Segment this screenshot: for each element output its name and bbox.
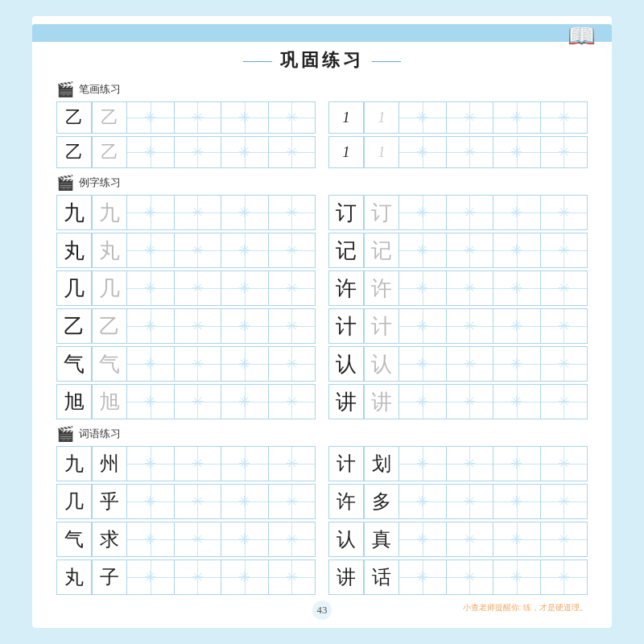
word-char2: 乎 xyxy=(92,484,127,519)
grid-cell: ✳ xyxy=(541,484,588,519)
word-right-row-2: 许 多 ✳✳✳✳ xyxy=(328,484,588,519)
grid-cell: ✳ xyxy=(399,346,447,382)
grid-cell: ✳ xyxy=(175,195,222,230)
right-wing-icon: —— xyxy=(372,52,401,69)
char-grey: 计 xyxy=(364,308,399,344)
stroke-num-row-1: 1 1 ✳ ✳ ✳ ✳ xyxy=(328,101,588,134)
grid-cell: ✳ xyxy=(175,522,222,557)
grid-cell: ✳ xyxy=(127,136,175,168)
grid-cell: ✳ xyxy=(221,484,269,519)
char-grey: 许 xyxy=(364,270,399,306)
stroke-char-2-main: 乙 xyxy=(56,136,92,168)
char-right-row-4: 计 计 ✳✳✳✳ xyxy=(328,308,588,344)
grid-cell: ✳ xyxy=(127,270,175,306)
word-char1: 讲 xyxy=(328,559,364,595)
grid-cell: ✳ xyxy=(127,384,175,419)
char-row-1: 九 九 ✳✳✳✳ xyxy=(56,195,316,230)
left-wing-icon: —— xyxy=(243,52,272,69)
grid-cell: ✳ xyxy=(399,384,447,419)
top-decoration: 📖 xyxy=(32,24,612,42)
stroke-num-grid-1: ✳ ✳ ✳ ✳ xyxy=(399,101,588,134)
grid-cell: ✳ xyxy=(399,446,447,481)
grid-cell: ✳ xyxy=(447,136,494,168)
word-right-col: 计 划 ✳✳✳✳ 许 多 ✳✳✳✳ 认 真 ✳✳✳✳ 讲 话 ✳✳✳✳ xyxy=(328,446,588,597)
stroke-right-col: 1 1 ✳ ✳ ✳ ✳ 1 1 ✳ ✳ ✳ ✳ xyxy=(328,101,588,171)
stroke-char-2-grey: 乙 xyxy=(92,136,127,168)
grid-cell: ✳ xyxy=(175,484,222,519)
grid-cell: ✳ xyxy=(221,101,269,134)
grid-cell: ✳ xyxy=(447,522,494,557)
grid-cell: ✳ xyxy=(221,308,269,344)
stroke-grid-1: ✳ ✳ ✳ ✳ xyxy=(127,101,316,134)
grid-cell: ✳ xyxy=(399,136,447,168)
grid-cell: ✳ xyxy=(541,195,588,230)
grid-cell: ✳ xyxy=(221,559,269,595)
word-char1: 丸 xyxy=(56,559,92,595)
grid-cell: ✳ xyxy=(221,446,269,481)
grid-cell: ✳ xyxy=(447,233,494,268)
char-main: 气 xyxy=(56,346,92,382)
char-main: 认 xyxy=(328,346,364,382)
char-practice-area: 九 九 ✳✳✳✳ 丸 丸 ✳✳✳✳ 几 几 ✳✳✳✳ 乙 乙 ✳✳✳✳ 气 气 xyxy=(56,195,588,422)
char-grey: 讲 xyxy=(364,384,399,419)
word-row-3: 气 求 ✳✳✳✳ xyxy=(56,522,316,557)
stroke-num-1-main: 1 xyxy=(328,101,364,134)
grid-cell: ✳ xyxy=(493,559,541,595)
grid-cell: ✳ xyxy=(175,233,222,268)
grid-cell: ✳ xyxy=(541,101,588,134)
grid-cell: ✳ xyxy=(221,233,269,268)
char-grey: 订 xyxy=(364,195,399,230)
stroke-grid-2: ✳ ✳ ✳ ✳ xyxy=(127,136,316,168)
stroke-row-2: 乙 乙 ✳ ✳ ✳ ✳ xyxy=(56,136,316,168)
char-right-row-5: 认 认 ✳✳✳✳ xyxy=(328,346,588,382)
grid-cell: ✳ xyxy=(541,384,588,419)
grid-cell: ✳ xyxy=(127,346,175,382)
grid-cell: ✳ xyxy=(493,446,541,481)
char-label: 例字练习 xyxy=(79,175,121,190)
char-grey: 认 xyxy=(364,346,399,382)
grid-cell: ✳ xyxy=(447,101,494,134)
char-right-row-1: 订 订 ✳✳✳✳ xyxy=(328,195,588,230)
grid-cell: ✳ xyxy=(447,346,494,382)
char-main: 丸 xyxy=(56,233,92,268)
grid-cell: ✳ xyxy=(493,136,541,168)
stroke-practice-area: 乙 乙 ✳ ✳ ✳ ✳ 乙 乙 ✳ ✳ ✳ ✳ xyxy=(56,101,588,171)
stroke-row-1: 乙 乙 ✳ ✳ ✳ ✳ xyxy=(56,101,316,134)
grid-cell: ✳ xyxy=(447,195,494,230)
title-row: —— 巩固练习 —— xyxy=(56,48,588,72)
word-char1: 气 xyxy=(56,522,92,557)
word-right-row-3: 认 真 ✳✳✳✳ xyxy=(328,522,588,557)
grid-cell: ✳ xyxy=(269,484,316,519)
char-grey: 记 xyxy=(364,233,399,268)
char-main: 许 xyxy=(328,270,364,306)
grid-cell: ✳ xyxy=(175,559,222,595)
grid-cell: ✳ xyxy=(399,270,447,306)
char-grey: 乙 xyxy=(92,308,127,344)
grid-cell: ✳ xyxy=(399,484,447,519)
grid-cell: ✳ xyxy=(447,446,494,481)
char-grey: 丸 xyxy=(92,233,127,268)
char-row-2: 丸 丸 ✳✳✳✳ xyxy=(56,233,316,268)
stroke-left-col: 乙 乙 ✳ ✳ ✳ ✳ 乙 乙 ✳ ✳ ✳ ✳ xyxy=(56,101,316,171)
char-main: 订 xyxy=(328,195,364,230)
word-row-2: 几 乎 ✳✳✳✳ xyxy=(56,484,316,519)
word-right-row-4: 讲 话 ✳✳✳✳ xyxy=(328,559,588,595)
grid-cell: ✳ xyxy=(175,384,222,419)
grid-cell: ✳ xyxy=(399,195,447,230)
grid-cell: ✳ xyxy=(127,195,175,230)
char-main: 旭 xyxy=(56,384,92,419)
grid-cell: ✳ xyxy=(399,522,447,557)
word-practice-area: 九 州 ✳✳✳✳ 几 乎 ✳✳✳✳ 气 求 ✳✳✳✳ 丸 子 ✳✳✳✳ xyxy=(56,446,588,597)
grid-cell: ✳ xyxy=(493,484,541,519)
grid-cell: ✳ xyxy=(175,446,222,481)
char-right-row-3: 许 许 ✳✳✳✳ xyxy=(328,270,588,306)
word-char1: 计 xyxy=(328,446,364,481)
main-page: 📖 —— 巩固练习 —— 🎬 笔画练习 乙 乙 ✳ ✳ ✳ ✳ xyxy=(32,16,612,628)
stroke-char-1-grey: 乙 xyxy=(92,101,127,134)
char-right-row-6: 讲 讲 ✳✳✳✳ xyxy=(328,384,588,419)
char-right-col: 订 订 ✳✳✳✳ 记 记 ✳✳✳✳ 许 许 ✳✳✳✳ 计 计 ✳✳✳✳ 认 认 xyxy=(328,195,588,422)
char-grey: 旭 xyxy=(92,384,127,419)
grid-cell: ✳ xyxy=(447,559,494,595)
word-char2: 真 xyxy=(364,522,399,557)
grid-cell: ✳ xyxy=(541,308,588,344)
